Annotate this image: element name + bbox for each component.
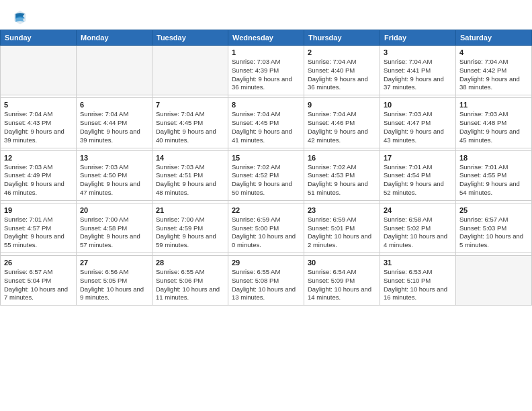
day-info: Sunrise: 7:03 AMSunset: 4:51 PMDaylight:… bbox=[156, 163, 224, 197]
day-info: Sunrise: 7:04 AMSunset: 4:45 PMDaylight:… bbox=[156, 110, 224, 144]
day-info: Sunrise: 6:57 AMSunset: 5:03 PMDaylight:… bbox=[459, 216, 528, 250]
weekday-sunday: Sunday bbox=[1, 30, 77, 46]
day-cell: 7Sunrise: 7:04 AMSunset: 4:45 PMDaylight… bbox=[152, 98, 228, 148]
day-info: Sunrise: 7:01 AMSunset: 4:57 PMDaylight:… bbox=[4, 216, 73, 250]
day-info: Sunrise: 7:04 AMSunset: 4:40 PMDaylight:… bbox=[308, 58, 376, 92]
day-info: Sunrise: 7:04 AMSunset: 4:44 PMDaylight:… bbox=[80, 110, 148, 144]
day-number: 4 bbox=[459, 48, 528, 56]
day-cell: 2Sunrise: 7:04 AMSunset: 4:40 PMDaylight… bbox=[304, 46, 380, 95]
day-info: Sunrise: 6:57 AMSunset: 5:04 PMDaylight:… bbox=[4, 268, 73, 302]
day-cell: 17Sunrise: 7:01 AMSunset: 4:54 PMDayligh… bbox=[380, 150, 456, 200]
day-info: Sunrise: 6:54 AMSunset: 5:09 PMDaylight:… bbox=[308, 268, 376, 302]
calendar-table: SundayMondayTuesdayWednesdayThursdayFrid… bbox=[0, 30, 532, 306]
day-info: Sunrise: 7:03 AMSunset: 4:50 PMDaylight:… bbox=[80, 163, 148, 197]
day-cell: 11Sunrise: 7:03 AMSunset: 4:48 PMDayligh… bbox=[456, 98, 532, 148]
day-info: Sunrise: 6:56 AMSunset: 5:05 PMDaylight:… bbox=[80, 268, 148, 302]
logo bbox=[12, 8, 31, 26]
day-info: Sunrise: 6:55 AMSunset: 5:08 PMDaylight:… bbox=[232, 268, 300, 302]
day-number: 22 bbox=[232, 206, 300, 214]
day-info: Sunrise: 7:03 AMSunset: 4:47 PMDaylight:… bbox=[384, 110, 452, 144]
day-number: 1 bbox=[232, 48, 300, 56]
day-info: Sunrise: 7:00 AMSunset: 4:58 PMDaylight:… bbox=[80, 216, 148, 250]
day-info: Sunrise: 7:04 AMSunset: 4:42 PMDaylight:… bbox=[459, 58, 528, 92]
day-cell: 9Sunrise: 7:04 AMSunset: 4:46 PMDaylight… bbox=[304, 98, 380, 148]
weekday-tuesday: Tuesday bbox=[152, 30, 228, 46]
day-cell: 13Sunrise: 7:03 AMSunset: 4:50 PMDayligh… bbox=[77, 150, 152, 200]
day-cell: 14Sunrise: 7:03 AMSunset: 4:51 PMDayligh… bbox=[152, 150, 228, 200]
day-number: 27 bbox=[80, 259, 148, 267]
day-info: Sunrise: 7:04 AMSunset: 4:46 PMDaylight:… bbox=[308, 110, 376, 144]
day-cell: 25Sunrise: 6:57 AMSunset: 5:03 PMDayligh… bbox=[456, 203, 532, 253]
day-number: 21 bbox=[156, 206, 224, 214]
day-info: Sunrise: 6:58 AMSunset: 5:02 PMDaylight:… bbox=[384, 216, 452, 250]
day-cell: 23Sunrise: 6:59 AMSunset: 5:01 PMDayligh… bbox=[304, 203, 380, 253]
day-number: 15 bbox=[232, 154, 300, 162]
day-info: Sunrise: 7:04 AMSunset: 4:45 PMDaylight:… bbox=[232, 110, 300, 144]
day-number: 11 bbox=[459, 101, 528, 109]
day-cell: 10Sunrise: 7:03 AMSunset: 4:47 PMDayligh… bbox=[380, 98, 456, 148]
day-info: Sunrise: 7:04 AMSunset: 4:43 PMDaylight:… bbox=[4, 110, 73, 144]
day-cell: 22Sunrise: 6:59 AMSunset: 5:00 PMDayligh… bbox=[228, 203, 304, 253]
day-number: 9 bbox=[308, 101, 376, 109]
day-cell: 26Sunrise: 6:57 AMSunset: 5:04 PMDayligh… bbox=[1, 256, 77, 306]
day-cell: 15Sunrise: 7:02 AMSunset: 4:52 PMDayligh… bbox=[228, 150, 304, 200]
day-number: 20 bbox=[80, 206, 148, 214]
day-info: Sunrise: 6:59 AMSunset: 5:00 PMDaylight:… bbox=[232, 216, 300, 250]
day-number: 16 bbox=[308, 154, 376, 162]
day-cell: 21Sunrise: 7:00 AMSunset: 4:59 PMDayligh… bbox=[152, 203, 228, 253]
day-number: 6 bbox=[80, 101, 148, 109]
day-info: Sunrise: 7:03 AMSunset: 4:48 PMDaylight:… bbox=[459, 110, 528, 144]
day-info: Sunrise: 7:00 AMSunset: 4:59 PMDaylight:… bbox=[156, 216, 224, 250]
week-row-4: 19Sunrise: 7:01 AMSunset: 4:57 PMDayligh… bbox=[1, 203, 532, 253]
header bbox=[0, 0, 532, 30]
day-cell: 20Sunrise: 7:00 AMSunset: 4:58 PMDayligh… bbox=[77, 203, 152, 253]
week-row-3: 12Sunrise: 7:03 AMSunset: 4:49 PMDayligh… bbox=[1, 150, 532, 200]
day-info: Sunrise: 7:01 AMSunset: 4:54 PMDaylight:… bbox=[384, 163, 452, 197]
day-cell: 31Sunrise: 6:53 AMSunset: 5:10 PMDayligh… bbox=[380, 256, 456, 306]
day-info: Sunrise: 7:03 AMSunset: 4:49 PMDaylight:… bbox=[4, 163, 73, 197]
day-number: 13 bbox=[80, 154, 148, 162]
day-cell: 8Sunrise: 7:04 AMSunset: 4:45 PMDaylight… bbox=[228, 98, 304, 148]
day-cell: 3Sunrise: 7:04 AMSunset: 4:41 PMDaylight… bbox=[380, 46, 456, 95]
weekday-header-row: SundayMondayTuesdayWednesdayThursdayFrid… bbox=[1, 30, 532, 46]
day-cell bbox=[152, 46, 228, 95]
week-row-2: 5Sunrise: 7:04 AMSunset: 4:43 PMDaylight… bbox=[1, 98, 532, 148]
weekday-wednesday: Wednesday bbox=[228, 30, 304, 46]
day-info: Sunrise: 7:02 AMSunset: 4:52 PMDaylight:… bbox=[232, 163, 300, 197]
day-info: Sunrise: 7:01 AMSunset: 4:55 PMDaylight:… bbox=[459, 163, 528, 197]
day-cell: 5Sunrise: 7:04 AMSunset: 4:43 PMDaylight… bbox=[1, 98, 77, 148]
day-number: 17 bbox=[384, 154, 452, 162]
day-number: 19 bbox=[4, 206, 73, 214]
day-cell: 29Sunrise: 6:55 AMSunset: 5:08 PMDayligh… bbox=[228, 256, 304, 306]
day-number: 30 bbox=[308, 259, 376, 267]
day-number: 2 bbox=[308, 48, 376, 56]
week-row-5: 26Sunrise: 6:57 AMSunset: 5:04 PMDayligh… bbox=[1, 256, 532, 306]
day-number: 14 bbox=[156, 154, 224, 162]
day-number: 18 bbox=[459, 154, 528, 162]
day-cell: 24Sunrise: 6:58 AMSunset: 5:02 PMDayligh… bbox=[380, 203, 456, 253]
day-info: Sunrise: 7:04 AMSunset: 4:41 PMDaylight:… bbox=[384, 58, 452, 92]
page: SundayMondayTuesdayWednesdayThursdayFrid… bbox=[0, 0, 532, 411]
day-number: 26 bbox=[4, 259, 73, 267]
day-cell bbox=[77, 46, 152, 95]
day-info: Sunrise: 7:03 AMSunset: 4:39 PMDaylight:… bbox=[232, 58, 300, 92]
day-number: 29 bbox=[232, 259, 300, 267]
day-cell: 19Sunrise: 7:01 AMSunset: 4:57 PMDayligh… bbox=[1, 203, 77, 253]
day-number: 8 bbox=[232, 101, 300, 109]
day-cell: 16Sunrise: 7:02 AMSunset: 4:53 PMDayligh… bbox=[304, 150, 380, 200]
day-info: Sunrise: 6:55 AMSunset: 5:06 PMDaylight:… bbox=[156, 268, 224, 302]
week-row-1: 1Sunrise: 7:03 AMSunset: 4:39 PMDaylight… bbox=[1, 46, 532, 95]
logo-icon bbox=[12, 9, 28, 26]
day-number: 7 bbox=[156, 101, 224, 109]
weekday-thursday: Thursday bbox=[304, 30, 380, 46]
day-number: 23 bbox=[308, 206, 376, 214]
weekday-saturday: Saturday bbox=[456, 30, 532, 46]
day-cell: 28Sunrise: 6:55 AMSunset: 5:06 PMDayligh… bbox=[152, 256, 228, 306]
day-cell: 30Sunrise: 6:54 AMSunset: 5:09 PMDayligh… bbox=[304, 256, 380, 306]
day-cell: 4Sunrise: 7:04 AMSunset: 4:42 PMDaylight… bbox=[456, 46, 532, 95]
day-number: 31 bbox=[384, 259, 452, 267]
weekday-friday: Friday bbox=[380, 30, 456, 46]
day-cell: 12Sunrise: 7:03 AMSunset: 4:49 PMDayligh… bbox=[1, 150, 77, 200]
day-number: 3 bbox=[384, 48, 452, 56]
day-cell: 18Sunrise: 7:01 AMSunset: 4:55 PMDayligh… bbox=[456, 150, 532, 200]
